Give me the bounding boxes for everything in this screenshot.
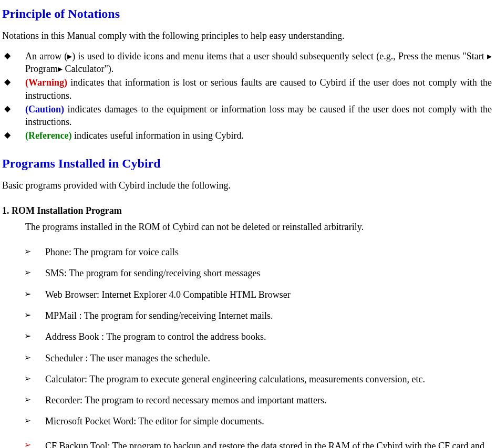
list-item: SMS: The program for sending/receiving s… bbox=[22, 267, 492, 279]
list-item: Scheduler : The user manages the schedul… bbox=[22, 352, 492, 364]
rom-installation-desc: The programs installed in the ROM of Cyb… bbox=[25, 221, 492, 233]
intro-notations: Notations in this Manual comply with the… bbox=[2, 29, 492, 42]
list-item: Calculator: The program to execute gener… bbox=[22, 373, 492, 386]
list-item: Phone: The program for voice calls bbox=[22, 246, 492, 258]
list-item-arrow: An arrow (▸) is used to divide icons and… bbox=[2, 50, 492, 76]
notations-list: An arrow (▸) is used to divide icons and… bbox=[2, 50, 492, 142]
list-item: Recorder: The program to record necessar… bbox=[22, 394, 492, 407]
list-item-caution: (Caution) indicates damages to the equip… bbox=[2, 103, 492, 129]
rom-installation-title: 1. ROM Installation Program bbox=[2, 204, 492, 217]
heading-principle-of-notations: Principle of Notations bbox=[2, 5, 492, 22]
list-item: Address Book : The program to control th… bbox=[22, 330, 492, 343]
list-item: MPMail : The program for sending/receivi… bbox=[22, 309, 492, 322]
list-item-text: An arrow (▸) is used to divide icons and… bbox=[25, 51, 492, 74]
list-item-warning: (Warning) indicates that information is … bbox=[2, 76, 492, 102]
caution-label: (Caution) bbox=[25, 104, 64, 114]
intro-programs: Basic programs provided with Cybird incl… bbox=[2, 179, 492, 192]
warning-label: (Warning) bbox=[25, 77, 67, 88]
list-item-text: indicates damages to the equipment or in… bbox=[25, 104, 492, 127]
heading-programs-installed: Programs Installed in Cybird bbox=[2, 155, 492, 172]
list-item-text: indicates that information is lost or se… bbox=[25, 77, 492, 100]
list-item: Microsoft Pocket Word: The editor for si… bbox=[22, 415, 492, 428]
reference-label: (Reference) bbox=[25, 130, 72, 141]
list-item-cf-backup: CF Backup Tool: The program to backup an… bbox=[22, 436, 492, 448]
rom-programs-list: Phone: The program for voice calls SMS: … bbox=[22, 246, 492, 448]
list-item: Web Browser: Internet Explorer 4.0 Compa… bbox=[22, 288, 492, 301]
list-item-text: indicates useful information in using Cy… bbox=[72, 130, 244, 141]
list-item-reference: (Reference) indicates useful information… bbox=[2, 129, 492, 142]
